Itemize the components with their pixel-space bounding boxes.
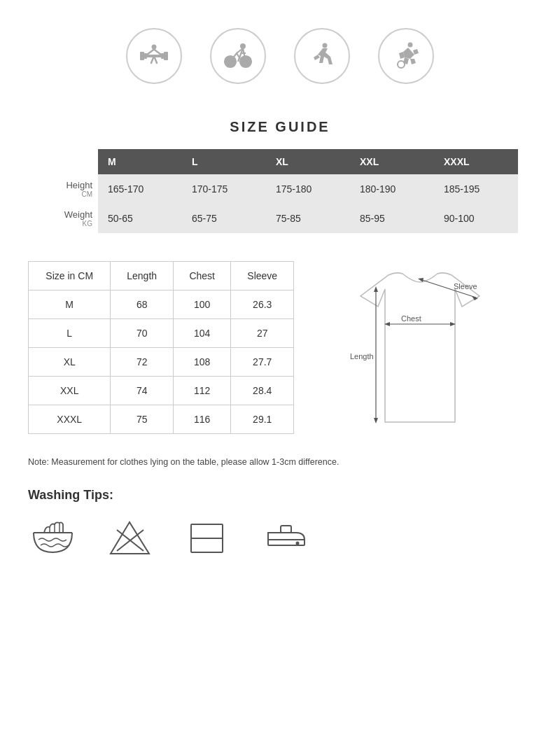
svg-text:Sleeve: Sleeve [454, 282, 477, 290]
svg-point-16 [398, 61, 405, 68]
col-xl: XL [266, 149, 350, 174]
activity-icons-row [0, 0, 560, 105]
hand-wash-icon [28, 517, 77, 559]
measurements-section: Size in CM Length Chest Sleeve M6810026.… [0, 254, 560, 450]
table-row: XL7210827.7 [29, 348, 294, 377]
col-xxxl: XXXL [434, 149, 518, 174]
measurements-table-wrap: Size in CM Length Chest Sleeve M6810026.… [28, 261, 294, 434]
football-icon [378, 28, 434, 84]
col-sleeve: Sleeve [231, 262, 294, 290]
svg-line-6 [147, 50, 154, 55]
svg-marker-30 [111, 522, 149, 554]
tshirt-diagram: Length Chest Sleeve [308, 261, 532, 436]
iron-icon [259, 517, 308, 559]
dry-flat-icon [182, 517, 231, 559]
measurements-table: Size in CM Length Chest Sleeve M6810026.… [28, 261, 294, 434]
table-row: M6810026.3 [29, 290, 294, 319]
col-xxl: XXL [350, 149, 434, 174]
height-row: Height CM 165-170 170-175 175-180 180-19… [42, 174, 518, 204]
weight-row: Weight KG 50-65 65-75 75-85 85-95 90-100 [42, 204, 518, 233]
washing-icons-row [28, 517, 532, 559]
svg-point-15 [408, 43, 413, 48]
weightlifting-icon [126, 28, 182, 84]
col-l: L [182, 149, 266, 174]
washing-tips-section: Washing Tips: [0, 481, 560, 580]
col-size-cm: Size in CM [29, 262, 111, 290]
running-icon [294, 28, 350, 84]
table-row: XXXL7511629.1 [29, 405, 294, 434]
svg-point-14 [323, 43, 328, 48]
svg-text:Chest: Chest [401, 314, 421, 323]
col-length: Length [111, 262, 174, 290]
svg-rect-36 [281, 526, 291, 533]
size-grid-table: M L XL XXL XXXL Height CM 165-170 170-17… [42, 149, 518, 233]
no-tumble-dry-icon [105, 517, 154, 559]
size-guide-title: SIZE GUIDE [42, 119, 518, 135]
svg-text:Length: Length [350, 352, 374, 360]
note-text: Note: Measurement for clothes lying on t… [28, 457, 339, 467]
svg-marker-19 [374, 418, 378, 424]
size-guide-section: SIZE GUIDE M L XL XXL XXXL Height CM 165 [0, 105, 560, 254]
col-chest: Chest [173, 262, 231, 290]
svg-marker-27 [418, 278, 424, 282]
note-section: Note: Measurement for clothes lying on t… [0, 450, 560, 481]
washing-tips-title: Washing Tips: [28, 488, 532, 503]
svg-point-37 [295, 541, 299, 545]
cycling-icon [210, 28, 266, 84]
svg-line-7 [154, 50, 161, 55]
table-row: XXL7411228.4 [29, 377, 294, 405]
table-row: L7010427 [29, 319, 294, 348]
col-m: M [98, 149, 182, 174]
